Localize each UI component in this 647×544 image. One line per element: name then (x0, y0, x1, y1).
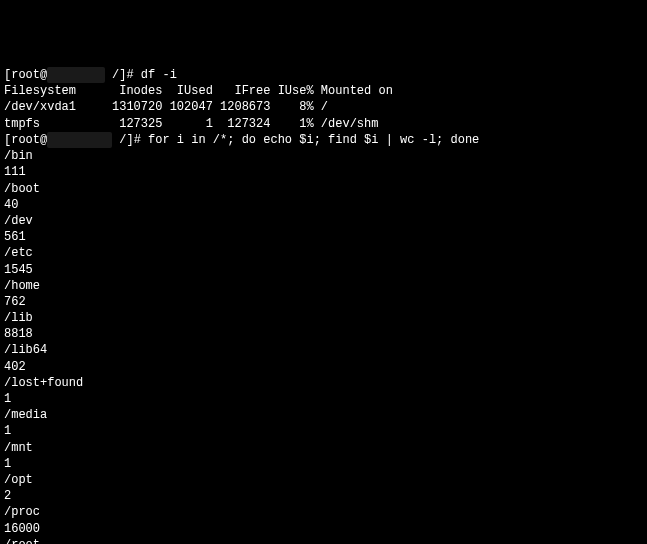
entry-dir-6: /lib64 (4, 342, 643, 358)
prompt-line-1: [root@ /]# df -i (4, 67, 643, 83)
entry-dir-4: /home (4, 278, 643, 294)
entry-count-3: 1545 (4, 262, 643, 278)
prompt-line-2: [root@ /]# for i in /*; do echo $i; find… (4, 132, 643, 148)
entry-count-6: 402 (4, 359, 643, 375)
entry-count-10: 2 (4, 488, 643, 504)
entry-count-5: 8818 (4, 326, 643, 342)
entry-dir-8: /media (4, 407, 643, 423)
terminal-output[interactable]: [root@ /]# df -iFilesystem Inodes IUsed … (4, 67, 643, 544)
entry-dir-5: /lib (4, 310, 643, 326)
redacted-hostname (47, 132, 112, 148)
entry-dir-11: /proc (4, 504, 643, 520)
entry-dir-3: /etc (4, 245, 643, 261)
entry-dir-0: /bin (4, 148, 643, 164)
df-row-0: /dev/xvda1 1310720 102047 1208673 8% / (4, 99, 643, 115)
entry-dir-9: /mnt (4, 440, 643, 456)
entry-count-2: 561 (4, 229, 643, 245)
entry-count-1: 40 (4, 197, 643, 213)
entry-count-7: 1 (4, 391, 643, 407)
entry-count-4: 762 (4, 294, 643, 310)
entry-count-11: 16000 (4, 521, 643, 537)
df-row-1: tmpfs 127325 1 127324 1% /dev/shm (4, 116, 643, 132)
entry-dir-1: /boot (4, 181, 643, 197)
df-header: Filesystem Inodes IUsed IFree IUse% Moun… (4, 83, 643, 99)
entry-count-9: 1 (4, 456, 643, 472)
entry-dir-10: /opt (4, 472, 643, 488)
entry-dir-7: /lost+found (4, 375, 643, 391)
redacted-hostname (47, 67, 105, 83)
entry-count-0: 111 (4, 164, 643, 180)
entry-dir-12: /root (4, 537, 643, 544)
entry-dir-2: /dev (4, 213, 643, 229)
entry-count-8: 1 (4, 423, 643, 439)
